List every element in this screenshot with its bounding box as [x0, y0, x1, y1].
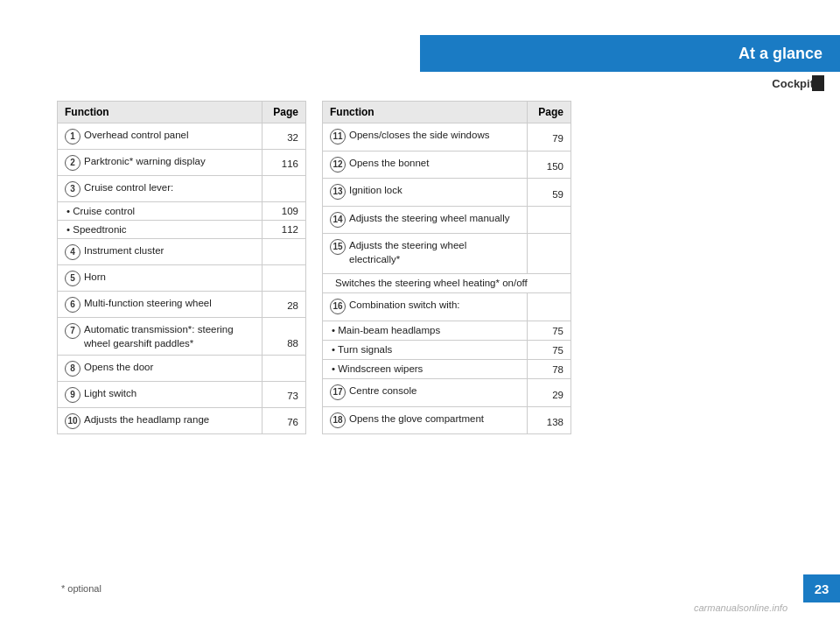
row-number: 17: [330, 384, 346, 400]
page-value: [528, 206, 571, 234]
func-text: Automatic transmission*: steering wheel …: [84, 322, 255, 350]
func-text: Adjusts the headlamp range: [84, 412, 209, 426]
table-row-sub: • Windscreen wipers78: [323, 359, 571, 378]
page-value: [262, 176, 306, 202]
table-row: 15 Adjusts the steering wheel electrical…: [323, 234, 571, 273]
row-number: 12: [330, 157, 346, 173]
page-value: [528, 234, 571, 273]
func-text: Ignition lock: [349, 183, 402, 197]
right-col-function: Function: [323, 102, 528, 123]
row-number: 9: [65, 387, 80, 403]
func-cell: 10 Adjusts the headlamp range: [58, 408, 262, 434]
page-number: 23: [803, 574, 840, 602]
sub-page: 75: [528, 321, 571, 340]
sub-page: 112: [262, 221, 306, 239]
row-number: 11: [330, 129, 346, 144]
page-value: 73: [262, 382, 306, 408]
right-table: Function Page 11 Opens/closes the side w…: [322, 101, 571, 434]
func-cell: 15 Adjusts the steering wheel electrical…: [323, 234, 528, 273]
table-row: 17 Centre console29: [323, 379, 571, 407]
table-row-sub: • Speedtronic112: [58, 221, 306, 239]
right-col-page: Page: [528, 102, 571, 123]
row-number: 8: [65, 361, 80, 377]
func-text: Centre console: [349, 384, 416, 398]
func-text: Opens the bonnet: [349, 156, 429, 170]
sub-page: 109: [262, 202, 306, 221]
row-number: 2: [65, 155, 80, 171]
page-value: 29: [528, 379, 571, 407]
row-number: 5: [65, 271, 80, 286]
page-value: 88: [262, 318, 306, 356]
func-text: Overhead control panel: [84, 128, 189, 142]
table-row: 11 Opens/closes the side windows79: [323, 123, 571, 151]
func-text: Opens the glove compartment: [349, 412, 484, 426]
func-cell: 11 Opens/closes the side windows: [323, 123, 528, 151]
table-row: 3 Cruise control lever:: [58, 176, 306, 202]
row-number: 15: [330, 239, 346, 255]
func-cell: 4 Instrument cluster: [58, 239, 262, 265]
cockpit-label: Cockpit: [772, 77, 814, 90]
func-text: Cruise control lever:: [84, 180, 173, 194]
func-cell: 2 Parktronic* warning dis­play: [58, 150, 262, 176]
footer-note: * optional: [61, 583, 102, 594]
func-cell: 14 Adjusts the steering wheel manually: [323, 206, 528, 234]
func-cell: 12 Opens the bonnet: [323, 151, 528, 179]
table-row-sub: • Main-beam headlamps75: [323, 321, 571, 340]
page-value: 76: [262, 408, 306, 434]
sub-page: 78: [528, 359, 571, 378]
func-text: Adjusts the steering wheel manually: [349, 211, 509, 225]
row-number: 6: [65, 297, 80, 313]
watermark: carmanualsonline.info: [694, 602, 788, 613]
page-value: 150: [528, 151, 571, 179]
page-value: [262, 239, 306, 265]
func-text: Multi-function steering wheel: [84, 296, 212, 310]
row-number: 16: [330, 299, 346, 314]
func-text: Adjusts the steering wheel electrically*: [349, 238, 520, 266]
sub-page: 75: [528, 340, 571, 359]
row-number: 1: [65, 129, 80, 144]
func-text: Light switch: [84, 386, 136, 400]
page-value: 28: [262, 292, 306, 318]
func-text: Parktronic* warning dis­play: [84, 154, 206, 168]
sub-func: • Turn signals: [323, 340, 528, 359]
table-row: 2 Parktronic* warning dis­play116: [58, 150, 306, 176]
table-row: 4 Instrument cluster: [58, 239, 306, 265]
func-cell: 5 Horn: [58, 265, 262, 292]
table-row: 6 Multi-function steering wheel28: [58, 292, 306, 318]
func-cell: 7 Automatic transmission*: steering whee…: [58, 318, 262, 356]
page-value: 59: [528, 179, 571, 207]
table-row: 5 Horn: [58, 265, 306, 292]
table-row-extra: Switches the steering wheel heating* on/…: [323, 273, 571, 292]
row-number: 14: [330, 212, 346, 228]
func-text: Combination switch with:: [349, 298, 460, 312]
row-number: 3: [65, 181, 80, 197]
sub-func: • Windscreen wipers: [323, 359, 528, 378]
func-cell: 17 Centre console: [323, 379, 528, 407]
table-row: 12 Opens the bonnet150: [323, 151, 571, 179]
row-number: 13: [330, 184, 346, 200]
func-cell: 13 Ignition lock: [323, 179, 528, 207]
table-row-sub: • Turn signals75: [323, 340, 571, 359]
func-cell: 8 Opens the door: [58, 356, 262, 382]
row-number: 10: [65, 413, 80, 429]
func-cell: 9 Light switch: [58, 382, 262, 408]
func-cell: 3 Cruise control lever:: [58, 176, 262, 202]
table-row: 7 Automatic transmission*: steering whee…: [58, 318, 306, 356]
page-value: [262, 265, 306, 292]
table-row-sub: • Cruise control109: [58, 202, 306, 221]
table-row: 10 Adjusts the headlamp range76: [58, 408, 306, 434]
func-cell: 6 Multi-function steering wheel: [58, 292, 262, 318]
sub-func: • Main-beam headlamps: [323, 321, 528, 340]
row-number: 4: [65, 244, 80, 260]
func-cell: 18 Opens the glove compartment: [323, 406, 528, 434]
page-title: At a glance: [738, 45, 822, 63]
header-bar: At a glance: [420, 35, 840, 72]
table-row: 18 Opens the glove compartment138: [323, 406, 571, 434]
extra-text: Switches the steering wheel heating* on/…: [323, 273, 571, 292]
row-number: 18: [330, 412, 346, 428]
table-row: 1 Overhead control panel32: [58, 123, 306, 150]
left-table: Function Page 1 Overhead control panel32…: [57, 101, 306, 434]
page-value: 79: [528, 123, 571, 151]
table-row: 14 Adjusts the steering wheel manually: [323, 206, 571, 234]
page-value: 116: [262, 150, 306, 176]
